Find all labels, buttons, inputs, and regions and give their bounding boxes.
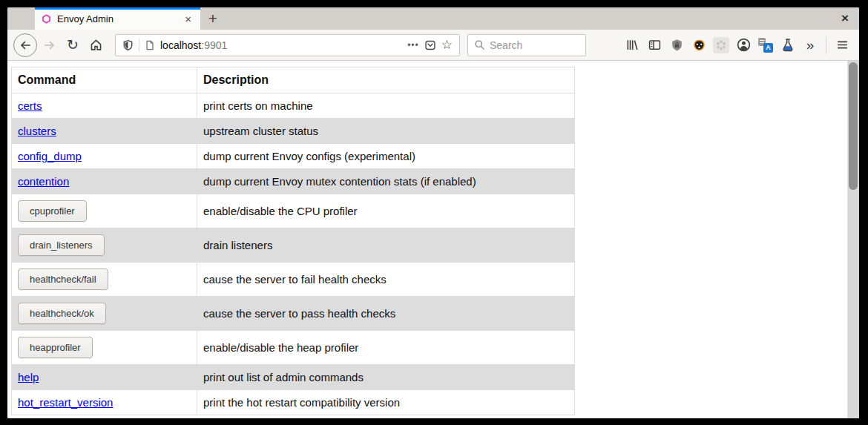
- browser-window: Envoy Admin × + × ↻: [7, 7, 859, 418]
- command-link[interactable]: clusters: [18, 125, 56, 137]
- back-arrow-icon: [19, 39, 31, 51]
- app-menu-button[interactable]: [831, 34, 853, 56]
- table-header-row: Command Description: [12, 67, 575, 93]
- description-cell: drain listeners: [197, 228, 575, 263]
- table-row: cpuprofilerenable/disable the CPU profil…: [12, 194, 575, 228]
- library-button[interactable]: [621, 34, 643, 56]
- home-icon: [90, 39, 102, 51]
- command-button[interactable]: cpuprofiler: [18, 200, 87, 222]
- table-row: hot_restart_versionprint the hot restart…: [12, 390, 575, 415]
- command-button[interactable]: heapprofiler: [18, 337, 93, 358]
- description-column-header: Description: [197, 67, 575, 93]
- command-button[interactable]: healthcheck/fail: [18, 268, 108, 290]
- command-table-body: certsprint certs on machineclustersupstr…: [12, 93, 575, 415]
- pocket-save-icon[interactable]: [424, 39, 436, 51]
- navigation-toolbar: ↻: [7, 30, 859, 61]
- url-host: localhost: [160, 39, 201, 51]
- flask-icon: [781, 38, 795, 52]
- table-row: heapprofilerenable/disable the heap prof…: [12, 331, 575, 365]
- window-close-button[interactable]: ×: [831, 7, 859, 30]
- search-input[interactable]: [490, 39, 571, 51]
- command-link[interactable]: hot_restart_version: [18, 396, 113, 409]
- command-link[interactable]: certs: [18, 99, 42, 112]
- tab-envoy-admin[interactable]: Envoy Admin ×: [35, 7, 200, 30]
- description-cell: print the hot restart compatibility vers…: [197, 390, 575, 415]
- command-cell: config_dump: [12, 144, 197, 169]
- toolbar-divider: [826, 36, 826, 54]
- envoy-favicon-icon: [42, 14, 51, 24]
- command-cell: healthcheck/ok: [12, 297, 197, 331]
- table-row: helpprint out list of admin commands: [12, 365, 575, 390]
- table-row: certsprint certs on machine: [12, 93, 575, 119]
- command-cell: hot_restart_version: [12, 390, 197, 415]
- command-cell: certs: [12, 93, 197, 119]
- disabled-extension-icon: [713, 37, 729, 53]
- translate-button[interactable]: A: [754, 34, 777, 56]
- shield-lock-icon: [671, 39, 683, 52]
- url-bar[interactable]: localhost:9901 ••• ☆: [115, 34, 460, 56]
- back-button[interactable]: [13, 33, 37, 57]
- search-bar[interactable]: [467, 34, 586, 56]
- command-cell: healthcheck/fail: [12, 263, 197, 297]
- tab-title: Envoy Admin: [57, 13, 177, 24]
- description-cell: upstream cluster status: [197, 119, 575, 144]
- browser-window-frame: Envoy Admin × + × ↻: [0, 0, 868, 425]
- translate-icon: A: [758, 38, 773, 53]
- table-row: drain_listenersdrain listeners: [12, 228, 575, 263]
- command-button[interactable]: healthcheck/ok: [18, 303, 106, 324]
- description-cell: enable/disable the heap profiler: [197, 331, 575, 365]
- command-cell: heapprofiler: [12, 331, 197, 365]
- command-link[interactable]: config_dump: [18, 150, 82, 162]
- page-info-icon[interactable]: [145, 39, 155, 51]
- url-bar-divider: [139, 39, 139, 52]
- command-link[interactable]: contention: [18, 175, 69, 188]
- description-cell: cause the server to fail health checks: [197, 263, 575, 297]
- table-row: clustersupstream cluster status: [12, 119, 575, 144]
- forward-arrow-icon: [44, 39, 56, 51]
- table-row: healthcheck/failcause the server to fail…: [12, 263, 575, 297]
- command-cell: drain_listeners: [12, 228, 197, 263]
- privacy-badger-button[interactable]: [688, 34, 710, 56]
- hamburger-menu-icon: [836, 39, 849, 51]
- description-cell: print certs on machine: [197, 93, 575, 119]
- tab-close-icon[interactable]: ×: [183, 13, 194, 24]
- description-cell: cause the server to pass health checks: [197, 297, 575, 331]
- reload-button[interactable]: ↻: [62, 35, 83, 56]
- new-tab-button[interactable]: +: [200, 7, 226, 30]
- description-cell: dump current Envoy mutex contention stat…: [197, 169, 575, 194]
- home-button[interactable]: [85, 35, 106, 56]
- description-cell: dump current Envoy configs (experimental…: [197, 144, 575, 169]
- extension-shield-lock-button[interactable]: [665, 34, 688, 56]
- page-actions-icon[interactable]: •••: [407, 40, 419, 50]
- envoy-admin-page: Command Description certsprint certs on …: [7, 61, 859, 415]
- scrollbar-thumb[interactable]: [849, 62, 858, 190]
- description-cell: enable/disable the CPU profiler: [197, 194, 575, 228]
- forward-button[interactable]: [39, 35, 60, 56]
- tab-strip-background: [226, 7, 831, 30]
- overflow-menu-button[interactable]: »: [799, 34, 821, 56]
- disabled-extension-button[interactable]: [710, 34, 732, 56]
- url-text: localhost:9901: [160, 39, 402, 51]
- tracking-protection-shield-icon[interactable]: [122, 39, 134, 51]
- library-icon: [626, 39, 639, 51]
- page-content: Command Description certsprint certs on …: [7, 61, 859, 418]
- search-icon: [474, 39, 485, 50]
- account-button[interactable]: [732, 34, 754, 56]
- badger-face-icon: [692, 39, 706, 52]
- url-port: :9901: [201, 39, 227, 51]
- bookmark-star-icon[interactable]: ☆: [441, 39, 453, 51]
- command-cell: clusters: [12, 119, 197, 144]
- account-person-icon: [737, 38, 751, 52]
- command-link[interactable]: help: [18, 371, 39, 383]
- command-button[interactable]: drain_listeners: [18, 234, 105, 256]
- tab-strip-spacer: [7, 7, 35, 30]
- table-row: contentiondump current Envoy mutex conte…: [12, 169, 575, 194]
- tab-bar: Envoy Admin × + ×: [7, 7, 859, 30]
- command-cell: help: [12, 365, 197, 390]
- command-cell: cpuprofiler: [12, 194, 197, 228]
- vertical-scrollbar[interactable]: [847, 61, 859, 418]
- experiments-flask-button[interactable]: [777, 34, 799, 56]
- command-cell: contention: [12, 169, 197, 194]
- sidebars-button[interactable]: [643, 34, 665, 56]
- toolbar-icon-group: A »: [621, 34, 853, 56]
